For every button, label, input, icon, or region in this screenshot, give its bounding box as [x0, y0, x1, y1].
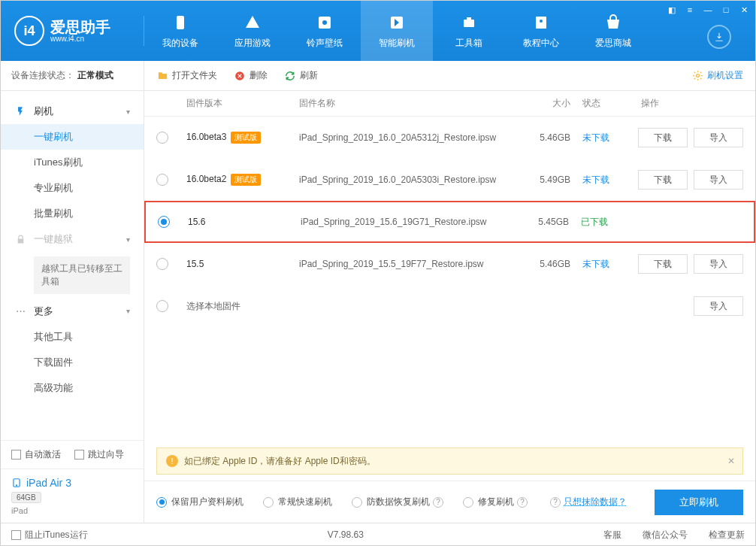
- notice-close-button[interactable]: ✕: [727, 456, 735, 466]
- help-icon[interactable]: ?: [433, 497, 443, 508]
- th-name[interactable]: 固件名称: [299, 97, 518, 110]
- local-firmware-row[interactable]: 选择本地固件导入: [144, 285, 755, 327]
- apple-id-notice: ! 如已绑定 Apple ID，请准备好 Apple ID和密码。 ✕: [156, 447, 743, 475]
- win-menu-button[interactable]: ≡: [682, 3, 698, 17]
- sidebar-options: 自动激活 跳过向导: [1, 440, 144, 469]
- firmware-table-body: 16.0beta3测试版iPad_Spring_2019_16.0_20A531…: [144, 117, 755, 441]
- sidebar-item-more-2[interactable]: 高级功能: [1, 375, 144, 401]
- flash-option-1[interactable]: 常规快速刷机: [263, 496, 332, 508]
- auto-activate-checkbox[interactable]: 自动激活: [11, 448, 61, 461]
- help-icon[interactable]: ?: [550, 497, 561, 508]
- table-header: 固件版本 固件名称 大小 状态 操作: [144, 91, 755, 117]
- app-version: V7.98.63: [328, 529, 364, 540]
- nav-music[interactable]: 铃声壁纸: [289, 1, 361, 61]
- firmware-size: 5.45GB: [516, 217, 569, 227]
- flash-option-2[interactable]: 防数据恢复刷机?: [352, 496, 443, 508]
- firmware-row[interactable]: 16.0beta3测试版iPad_Spring_2019_16.0_20A531…: [144, 117, 755, 159]
- sidebar-item-flash-3[interactable]: 批量刷机: [1, 201, 144, 226]
- sidebar-item-flash-1[interactable]: iTunes刷机: [1, 150, 144, 175]
- row-radio[interactable]: [156, 132, 168, 144]
- download-button[interactable]: 下载: [638, 254, 688, 274]
- block-itunes-checkbox[interactable]: 阻止iTunes运行: [11, 529, 88, 541]
- window-controls: ◧ ≡ — □ ✕: [664, 3, 752, 17]
- sidebar-cat-more[interactable]: ⋯ 更多 ▾: [1, 299, 144, 324]
- firmware-version: 15.5: [186, 259, 204, 269]
- refresh-button[interactable]: 刷新: [284, 69, 318, 82]
- sidebar-cat-label: 更多: [34, 305, 53, 318]
- open-folder-button[interactable]: 打开文件夹: [156, 69, 217, 82]
- firmware-filename: iPad_Spring_2019_16.0_20A5303i_Restore.i…: [299, 174, 518, 185]
- delete-button[interactable]: 删除: [234, 69, 268, 82]
- download-button[interactable]: 下载: [638, 170, 688, 190]
- import-button[interactable]: 导入: [694, 254, 743, 274]
- flash-option-3[interactable]: 修复刷机?: [463, 496, 528, 508]
- th-version[interactable]: 固件版本: [186, 97, 299, 110]
- nav-apps[interactable]: 应用游戏: [216, 1, 289, 61]
- radio-icon: [463, 497, 473, 508]
- beta-badge: 测试版: [231, 132, 261, 144]
- firmware-status: 未下载: [570, 258, 623, 271]
- device-storage-badge: 64GB: [11, 492, 41, 503]
- import-button[interactable]: 导入: [694, 128, 743, 147]
- firmware-version: 16.0beta3: [186, 132, 226, 142]
- nav-store[interactable]: 爱思商城: [577, 1, 649, 61]
- win-minimize-button[interactable]: —: [700, 3, 716, 17]
- import-button[interactable]: 导入: [694, 170, 743, 190]
- th-status[interactable]: 状态: [570, 97, 623, 110]
- row-radio[interactable]: [156, 174, 168, 186]
- local-firmware-label: 选择本地固件: [186, 300, 299, 313]
- svg-rect-5: [464, 20, 474, 27]
- footer-link-1[interactable]: 微信公众号: [643, 529, 688, 541]
- sidebar-cat-flash[interactable]: 刷机 ▾: [1, 99, 144, 124]
- download-indicator-icon[interactable]: [707, 25, 731, 49]
- download-button[interactable]: 下载: [638, 128, 688, 147]
- row-radio[interactable]: [158, 216, 170, 228]
- firmware-row[interactable]: 16.0beta2测试版iPad_Spring_2019_16.0_20A530…: [144, 159, 755, 201]
- skip-guide-checkbox[interactable]: 跳过向导: [74, 448, 124, 461]
- sidebar-item-flash-0[interactable]: 一键刷机: [1, 124, 144, 150]
- win-close-button[interactable]: ✕: [736, 3, 752, 17]
- status-footer: 阻止iTunes运行 V7.98.63 客服微信公众号检查更新: [1, 523, 755, 546]
- footer-link-0[interactable]: 客服: [603, 529, 621, 541]
- flash-now-button[interactable]: 立即刷机: [655, 490, 743, 515]
- erase-only-link[interactable]: 只想抹除数据？: [564, 496, 627, 508]
- chevron-down-icon: ▾: [126, 307, 130, 315]
- flash-options-bar: 保留用户资料刷机常规快速刷机防数据恢复刷机?修复刷机? ? 只想抹除数据？ 立即…: [144, 481, 755, 523]
- sidebar-item-flash-2[interactable]: 专业刷机: [1, 175, 144, 201]
- firmware-row[interactable]: 15.6iPad_Spring_2019_15.6_19G71_Restore.…: [144, 201, 755, 243]
- help-icon[interactable]: ?: [517, 497, 528, 508]
- row-radio[interactable]: [156, 258, 168, 270]
- svg-rect-6: [467, 17, 471, 20]
- firmware-row[interactable]: 15.5iPad_Spring_2019_15.5_19F77_Restore.…: [144, 243, 755, 285]
- flash-icon: [387, 13, 407, 32]
- firmware-filename: iPad_Spring_2019_15.6_19G71_Restore.ipsw: [301, 217, 516, 227]
- nav-device[interactable]: 我的设备: [144, 1, 216, 61]
- radio-icon: [156, 497, 167, 508]
- firmware-size: 5.46GB: [518, 132, 570, 143]
- sidebar-item-more-1[interactable]: 下载固件: [1, 350, 144, 375]
- th-size[interactable]: 大小: [518, 97, 570, 110]
- nav-tools[interactable]: 工具箱: [433, 1, 505, 61]
- row-radio[interactable]: [156, 300, 168, 312]
- sidebar-item-more-0[interactable]: 其他工具: [1, 324, 144, 350]
- brand-site: www.i4.cn: [50, 35, 110, 43]
- nav-book[interactable]: 教程中心: [505, 1, 577, 61]
- import-button[interactable]: 导入: [694, 296, 743, 316]
- footer-link-2[interactable]: 检查更新: [709, 529, 745, 541]
- notice-text: 如已绑定 Apple ID，请准备好 Apple ID和密码。: [184, 455, 376, 468]
- radio-icon: [352, 497, 362, 508]
- warning-icon: !: [166, 455, 178, 467]
- sidebar: 设备连接状态： 正常模式 刷机 ▾ 一键刷机iTunes刷机专业刷机批量刷机 一…: [1, 61, 144, 523]
- music-icon: [315, 13, 334, 32]
- sidebar-cat-jailbreak[interactable]: 一键越狱 ▾: [1, 226, 144, 252]
- win-skin-button[interactable]: ◧: [664, 3, 680, 17]
- win-maximize-button[interactable]: □: [718, 3, 734, 17]
- flash-settings-button[interactable]: 刷机设置: [692, 69, 743, 82]
- brand-name: 爱思助手: [50, 20, 110, 35]
- apps-icon: [243, 13, 262, 32]
- nav-flash[interactable]: 智能刷机: [361, 1, 433, 61]
- firmware-status: 已下载: [569, 216, 621, 229]
- device-info[interactable]: iPad Air 3 64GB iPad: [1, 469, 144, 523]
- th-action: 操作: [623, 97, 743, 110]
- flash-option-0[interactable]: 保留用户资料刷机: [156, 496, 243, 508]
